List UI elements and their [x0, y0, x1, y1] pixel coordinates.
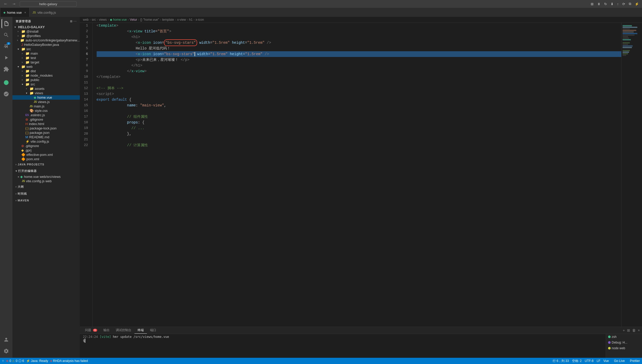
- pause-button[interactable]: ⏸: [596, 2, 602, 6]
- extensions-icon[interactable]: [2, 64, 11, 74]
- tree-item-booter[interactable]: › J HelloGalaxyBooter.java: [12, 42, 80, 47]
- tree-item-package-lock[interactable]: › { } package-lock.json: [12, 126, 80, 130]
- tree-item-src-web[interactable]: ▾ 📁 src: [12, 82, 80, 86]
- panel-tab-output[interactable]: 输出: [100, 327, 113, 334]
- bc-obj[interactable]: {} "home.vue": [140, 18, 159, 21]
- tree-item-readme[interactable]: › M README.md: [12, 135, 80, 139]
- debug-run-icon[interactable]: [2, 53, 11, 62]
- download-button[interactable]: ⬇: [610, 2, 615, 6]
- bc-vetur[interactable]: Vetur: [130, 18, 137, 21]
- bc-home-vue[interactable]: ◆ home.vue: [110, 18, 127, 21]
- add-terminal-icon[interactable]: +: [623, 328, 625, 332]
- search-icon[interactable]: [2, 30, 11, 40]
- prettier-button[interactable]: Prettier: [630, 359, 640, 363]
- indentation[interactable]: 空格: 2: [572, 359, 582, 363]
- history-button[interactable]: ⟳: [621, 2, 626, 6]
- tree-item-assets[interactable]: › 📁 assets: [12, 86, 80, 91]
- section-timeline[interactable]: › 时间线: [12, 190, 80, 197]
- tab-close-home-vue[interactable]: ×: [24, 11, 26, 14]
- tree-item-gitignore-root[interactable]: › ⊛ .gitignore: [12, 144, 80, 148]
- refresh-button[interactable]: ↻: [603, 2, 608, 6]
- language-mode[interactable]: Vue: [603, 359, 609, 363]
- terminal-output[interactable]: 22:24:24 [vite] hmr update /src/views/ho…: [80, 334, 606, 358]
- extra-icon[interactable]: [2, 89, 11, 99]
- code-editor[interactable]: 1 2 3 4 5 6 7 8 9 10 11 12 13 14 15 16 1: [80, 23, 621, 327]
- open-editor-home-vue[interactable]: × ◆ home.vue web/src/views: [12, 174, 80, 179]
- settings-icon[interactable]: [2, 346, 11, 356]
- open-editor-vite-config[interactable]: JS vite.config.js web: [12, 179, 80, 183]
- kill-terminal-icon[interactable]: 🗑: [632, 328, 636, 332]
- close-dirty-icon[interactable]: ×: [18, 175, 19, 178]
- tree-item-node-modules[interactable]: › 📁 node_modules: [12, 73, 80, 78]
- tree-root-hello-galaxy[interactable]: ▾ HELLO-GALAXY: [12, 25, 80, 29]
- section-maven[interactable]: › MAVEN: [12, 197, 80, 203]
- tree-item-web[interactable]: ▾ 📁 web: [12, 64, 80, 69]
- tree-item-target[interactable]: › 📁 target: [12, 60, 80, 64]
- tree-item-auto-src[interactable]: › 📁 auto-src/com/linkgie/galaxyframew...: [12, 38, 80, 42]
- bc-src[interactable]: src: [92, 18, 96, 21]
- nav-forward-button[interactable]: →: [10, 1, 18, 7]
- tree-item-main-js[interactable]: › JS main.js: [12, 104, 80, 108]
- git-branch-icon[interactable]: ⑂: [2, 359, 4, 363]
- section-java-projects[interactable]: › JAVA PROJECTS: [12, 161, 80, 168]
- bc-template[interactable]: template: [162, 18, 174, 21]
- cursor-position[interactable]: 行 6，列 33: [553, 359, 569, 363]
- tree-item-home-vue[interactable]: › ◆ home.vue: [12, 95, 80, 100]
- bc-views[interactable]: views: [99, 18, 107, 21]
- extension-button[interactable]: ⚡: [634, 2, 640, 6]
- panel-tab-terminal[interactable]: 终端: [134, 327, 147, 334]
- tree-item-install[interactable]: › 📁 @install: [12, 29, 80, 34]
- section-outline[interactable]: › 大纲: [12, 183, 80, 190]
- tree-item-dist[interactable]: › 📁 dist: [12, 69, 80, 73]
- line-ending[interactable]: LF: [597, 359, 600, 363]
- terminal-node[interactable]: node web: [606, 345, 642, 351]
- sidebar-header-icons[interactable]: ⊞ ···: [70, 20, 77, 23]
- bc-x-icon[interactable]: x-icon: [196, 18, 204, 21]
- terminal-debug[interactable]: Debug: H...: [606, 340, 642, 345]
- account-icon[interactable]: [2, 335, 11, 344]
- up-button[interactable]: ↑: [616, 2, 620, 6]
- tree-item-views-js[interactable]: › JS views.js: [12, 100, 80, 104]
- tree-item-main[interactable]: › 📁 main: [12, 51, 80, 56]
- files-icon[interactable]: [2, 19, 11, 28]
- go-live-button[interactable]: Go Live: [612, 359, 627, 363]
- tree-item-eslintrc[interactable]: › ES .eslintrc.js: [12, 113, 80, 117]
- nav-back-button[interactable]: ←: [2, 1, 9, 7]
- bc-web[interactable]: web: [83, 18, 89, 21]
- tab-vite-config[interactable]: JS vite.config.js: [30, 8, 59, 17]
- source-control-icon[interactable]: 1: [2, 42, 11, 51]
- tree-item-package-json[interactable]: › { } package.json: [12, 130, 80, 135]
- tree-item-vite-config[interactable]: › ⚡ vite.config.js: [12, 139, 80, 144]
- statusbar-rhda[interactable]: ● RHDA analysis has failed: [50, 359, 88, 363]
- more-options-icon[interactable]: ···: [74, 20, 77, 23]
- new-file-icon[interactable]: ⊞: [70, 20, 73, 23]
- statusbar-errors[interactable]: ⊗ 0 ⚠ 0 ⓘ 6: [6, 359, 24, 363]
- panel-tab-problems[interactable]: 问题 6: [82, 327, 100, 334]
- tree-item-pom-xml[interactable]: › 🔶 pom.xml: [12, 157, 80, 161]
- panel-tab-ports[interactable]: 端口: [147, 327, 159, 334]
- close-panel-icon[interactable]: ×: [638, 328, 640, 332]
- tree-item-profiles[interactable]: › 📁 @profiles: [12, 34, 80, 38]
- encoding[interactable]: UTF-8: [585, 359, 594, 363]
- terminal-zsh[interactable]: zsh: [606, 334, 642, 340]
- galaxy-icon[interactable]: [2, 78, 11, 87]
- tree-item-test[interactable]: › 📁 test: [12, 56, 80, 60]
- tree-item-effective-pom[interactable]: › 🔶 effective-pom.xml: [12, 152, 80, 157]
- bc-h1[interactable]: h1: [189, 18, 192, 21]
- tree-item-views[interactable]: ▾ 📁 views: [12, 91, 80, 95]
- statusbar-java[interactable]: ⚡ Java: Ready: [26, 359, 48, 363]
- tree-item-gitignore-web[interactable]: › ⊛ .gitignore: [12, 117, 80, 122]
- tree-item-public[interactable]: › 📁 public: [12, 78, 80, 82]
- tree-item-style-css[interactable]: › 🎨 style.css: [12, 108, 80, 113]
- layout-button[interactable]: ⊞: [590, 2, 595, 6]
- split-terminal-icon[interactable]: ⊞: [627, 328, 630, 332]
- section-open-editors[interactable]: ▾ 打开的编辑器: [12, 168, 80, 174]
- tree-item-gprj[interactable]: › ◆ .gprj: [12, 148, 80, 152]
- address-bar[interactable]: [20, 1, 77, 7]
- tree-item-index-html[interactable]: › H index.html: [12, 122, 80, 126]
- bc-x-view[interactable]: x-view: [177, 18, 186, 21]
- tab-home-vue[interactable]: ◆ home.vue ×: [0, 8, 30, 17]
- split-button[interactable]: ⧉: [628, 1, 632, 6]
- panel-tab-debug-console[interactable]: 调试控制台: [113, 327, 134, 334]
- tree-item-src-root[interactable]: ▾ 📁 src: [12, 47, 80, 51]
